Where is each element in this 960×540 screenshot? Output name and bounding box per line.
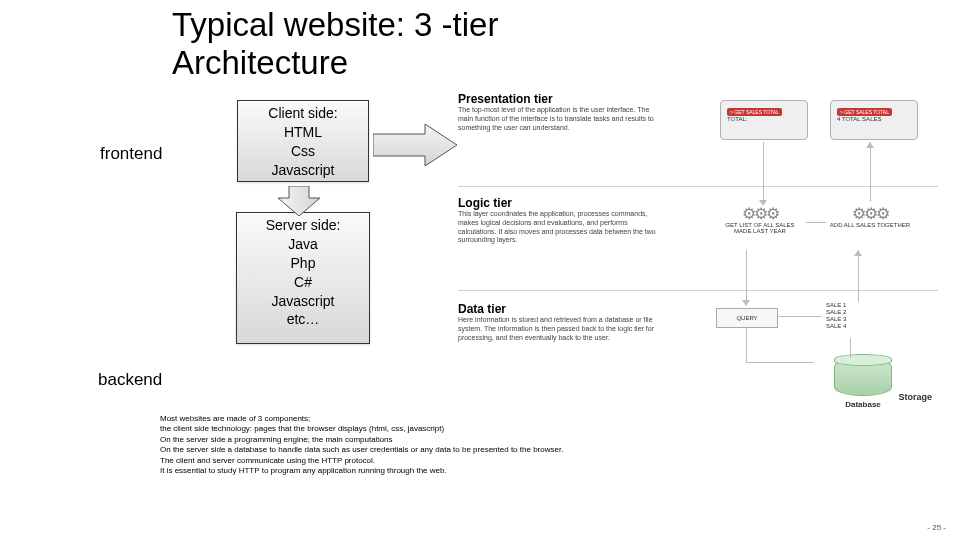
presentation-caption-2: 4 TOTAL SALES <box>837 116 881 122</box>
logic-gears-1: ⚙⚙⚙ GET LIST OF ALL SALES MADE LAST YEAR <box>718 206 802 234</box>
server-side-header: Server side: <box>237 213 369 235</box>
diagram-connector <box>778 316 822 317</box>
diagram-connector <box>806 222 826 223</box>
arrowhead-down-icon <box>742 300 750 306</box>
note-line-5: It is essential to study HTTP to program… <box>160 466 690 476</box>
three-tier-diagram: Presentation tier The top-most level of … <box>458 92 938 422</box>
sale-item-0: SALE 1 <box>826 302 846 309</box>
title-line-1: Typical website: 3 -tier <box>172 6 498 43</box>
backend-label: backend <box>98 370 162 390</box>
diagram-connector <box>746 362 814 363</box>
logic-gears-2: ⚙⚙⚙ ADD ALL SALES TOGETHER <box>828 206 912 228</box>
logic-tier: Logic tier This layer coordinates the ap… <box>458 196 658 245</box>
logic-caption-2: ADD ALL SALES TOGETHER <box>828 222 912 228</box>
client-side-header: Client side: <box>238 101 368 123</box>
database-label: Database <box>816 400 910 409</box>
storage-label: Storage <box>898 392 932 402</box>
server-item-4: etc… <box>237 310 369 329</box>
title-line-2: Architecture <box>172 44 348 81</box>
presentation-caption-1: TOTAL: <box>727 116 747 122</box>
get-sales-button-2: > GET SALES TOTAL <box>837 108 892 116</box>
page-number: - 25 - <box>927 523 946 532</box>
diagram-connector <box>746 250 747 302</box>
database-icon <box>834 358 892 396</box>
get-sales-button-1: > GET SALES TOTAL <box>727 108 782 116</box>
note-line-4: The client and server communicate using … <box>160 456 690 466</box>
client-item-1: Css <box>238 142 368 161</box>
arrowhead-up-icon <box>866 142 874 148</box>
sale-item-3: SALE 4 <box>826 323 846 330</box>
diagram-connector <box>850 338 851 358</box>
client-item-2: Javascript <box>238 161 368 180</box>
speaker-notes: Most websites are made of 3 components; … <box>160 414 690 476</box>
server-item-2: C# <box>237 273 369 292</box>
sale-item-2: SALE 3 <box>826 316 846 323</box>
diagram-connector <box>858 250 859 302</box>
note-line-2: On the server side a programming engine;… <box>160 435 690 445</box>
diagram-connector <box>746 328 747 362</box>
tier-separator-2 <box>458 290 938 291</box>
diagram-connector <box>870 142 871 202</box>
server-item-0: Java <box>237 235 369 254</box>
presentation-tier: Presentation tier The top-most level of … <box>458 92 658 132</box>
arrow-right-icon <box>373 124 457 166</box>
note-line-3: On the server side a database to handle … <box>160 445 690 455</box>
arrowhead-down-icon <box>759 200 767 206</box>
client-item-0: HTML <box>238 123 368 142</box>
sale-item-1: SALE 2 <box>826 309 846 316</box>
server-item-1: Php <box>237 254 369 273</box>
query-box: QUERY <box>716 308 778 328</box>
diagram-connector <box>763 142 764 202</box>
arrowhead-up-icon <box>854 250 862 256</box>
data-title: Data tier <box>458 302 658 316</box>
frontend-label: frontend <box>100 144 162 164</box>
presentation-widget-2: > GET SALES TOTAL 4 TOTAL SALES <box>830 100 918 140</box>
storage-block: Database <box>816 358 910 409</box>
sale-list: SALE 1 SALE 2 SALE 3 SALE 4 <box>826 302 846 330</box>
data-tier: Data tier Here information is stored and… <box>458 302 658 342</box>
server-item-3: Javascript <box>237 292 369 311</box>
note-line-1: the client side technology: pages that t… <box>160 424 690 434</box>
tier-separator-1 <box>458 186 938 187</box>
presentation-title: Presentation tier <box>458 92 658 106</box>
note-line-0: Most websites are made of 3 components; <box>160 414 690 424</box>
gear-icon: ⚙⚙⚙ <box>828 206 912 222</box>
slide-title: Typical website: 3 -tier Architecture <box>172 6 498 82</box>
presentation-widget-1: > GET SALES TOTAL TOTAL: <box>720 100 808 140</box>
logic-desc: This layer coordinates the application, … <box>458 210 658 245</box>
data-desc: Here information is stored and retrieved… <box>458 316 658 342</box>
logic-caption-1: GET LIST OF ALL SALES MADE LAST YEAR <box>718 222 802 234</box>
logic-title: Logic tier <box>458 196 658 210</box>
client-side-box: Client side: HTML Css Javascript <box>237 100 369 182</box>
server-side-box: Server side: Java Php C# Javascript etc… <box>236 212 370 344</box>
gear-icon: ⚙⚙⚙ <box>718 206 802 222</box>
presentation-desc: The top-most level of the application is… <box>458 106 658 132</box>
